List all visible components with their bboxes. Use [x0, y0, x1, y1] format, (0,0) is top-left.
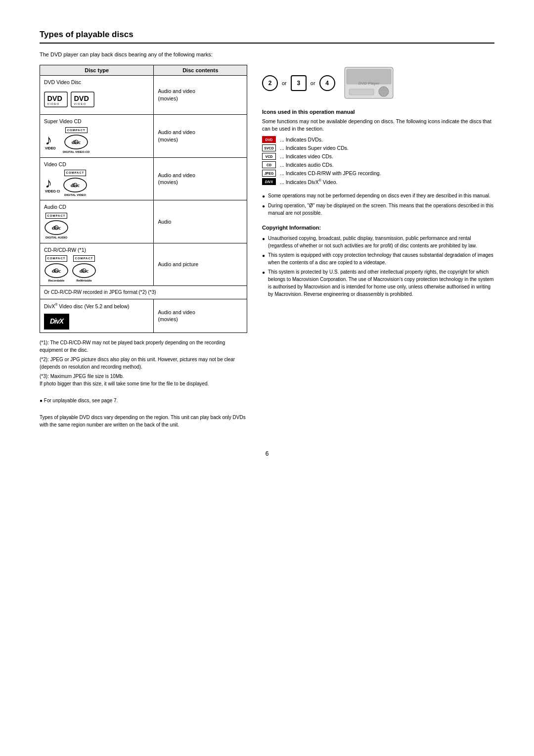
icon-row-divx: DivX ... Indicates DivX® Video. [262, 178, 494, 185]
compact-disc-cdr: COMPACT disc Recordable [44, 255, 69, 283]
disc-type-cell: Video CD ♪ VIDEO CD COMPACT [40, 157, 154, 200]
divx-logo: DivX [44, 314, 69, 330]
disc-type-cell: DivX® Video disc (Ver 5.2 and below) Div… [40, 299, 154, 333]
disc-contents-cell: Audio [154, 200, 247, 243]
svg-text:VIDEO: VIDEO [74, 102, 86, 105]
svcd-icon-badge: SvCD [262, 144, 276, 151]
table-row: DVD Video Disc DVD VIDEO DVD [40, 75, 247, 115]
bullet-dot-1: ● [262, 192, 265, 200]
compact-disc-cdrw: COMPACT disc ReWritable [72, 255, 96, 283]
copyright-bullet-3: ● This system is protected by U.S. paten… [262, 268, 494, 298]
disc-contents-cell: Audio and video(movies) [154, 115, 247, 157]
icon-row-svcd: SvCD ... Indicates Super video CDs. [262, 144, 494, 151]
svg-point-28 [379, 87, 389, 96]
disc-name: DivX® Video disc (Ver 5.2 and below) [44, 302, 149, 310]
compact-badge-cdr: COMPACT [45, 255, 68, 261]
svg-text:disc: disc [52, 268, 61, 274]
copyright-bullet-1: ● Unauthorised copying, broadcast, publi… [262, 235, 494, 249]
disc-type-cell: CD-R/CD-RW (*1) COMPACT disc Recordable [40, 243, 154, 285]
copyright-text-2: This system is equipped with copy protec… [268, 251, 494, 266]
or-text-2: or [311, 80, 315, 86]
svcd-icon-label: ... Indicates Super video CDs. [280, 145, 349, 151]
page-number: 6 [40, 450, 494, 457]
icons-intro: Some functions may not be available depe… [262, 118, 494, 134]
icon-row-dvd: DVD ... Indicates DVDs. [262, 136, 494, 143]
copyright-section: Copyright Information: ● Unauthorised co… [262, 225, 494, 298]
copyright-dot-3: ● [262, 269, 265, 298]
page-title: Types of playable discs [40, 30, 494, 44]
copyright-bullets: ● Unauthorised copying, broadcast, publi… [262, 235, 494, 298]
vcd-icon-label: ... Indicates video CDs. [280, 153, 333, 159]
footnote-2: (*2): JPEG or JPG picture discs also pla… [40, 356, 247, 371]
region-box: 2 or 3 or 4 DVD Player [262, 67, 494, 100]
compact-disc-acd: COMPACT disc DIGITAL AUDIO [44, 213, 69, 240]
acd-logos: COMPACT disc DIGITAL AUDIO [44, 213, 149, 240]
divx-logos: DivX [44, 312, 149, 330]
svcd-icon: ♪ VIDEO CD [44, 131, 60, 150]
footnotes: (*1): The CD-R/CD-RW may not be played b… [40, 339, 247, 428]
bullet-dot-2: ● [262, 202, 265, 217]
divx-icon-badge: DivX [262, 178, 276, 185]
icons-section: Icons used in this operation manual Some… [262, 109, 494, 186]
dvd-player-image: DVD Player [344, 67, 394, 99]
vcd-icon-badge: VCD [262, 153, 276, 160]
compact-disc: COMPACT disc DIGITAL VIDEO-CD [63, 127, 89, 154]
dvd-icon-badge: DVD [262, 136, 276, 143]
disc-contents-cell: Audio and video(movies) [154, 75, 247, 115]
col-disc-type: Disc type [40, 65, 154, 75]
disc-name: CD-R/CD-RW (*1) [44, 246, 149, 254]
disc-contents-cell: Audio and picture [154, 243, 247, 285]
copyright-dot-2: ● [262, 252, 265, 266]
disc-name: DVD Video Disc [44, 79, 149, 86]
disc-subtext-cdr: Recordable [48, 279, 65, 283]
svg-text:disc: disc [80, 268, 89, 274]
table-row: DivX® Video disc (Ver 5.2 and below) Div… [40, 299, 247, 333]
cd-icon-badge: CD [262, 161, 276, 168]
disc-subtext-acd: DIGITAL AUDIO [45, 236, 67, 239]
svg-text:♪: ♪ [45, 132, 52, 147]
col-disc-contents: Disc contents [154, 65, 247, 75]
table-row: Super Video CD ♪ VIDEO CD COMPACT [40, 115, 247, 157]
table-row: Video CD ♪ VIDEO CD COMPACT [40, 157, 247, 200]
compact-disc-vcd: COMPACT disc DIGITAL VIDEO [63, 170, 88, 197]
disc-table: Disc type Disc contents DVD Video Disc D… [40, 65, 247, 333]
disc-type-cell: Super Video CD ♪ VIDEO CD COMPACT [40, 115, 154, 157]
region-badge-3: 3 [291, 75, 307, 91]
disc-name: Video CD [44, 161, 149, 168]
disc-contents-cell: Audio and video(movies) [154, 299, 247, 333]
bullet-list: ● Some operations may not be performed d… [262, 192, 494, 217]
disc-svg-svcd: disc [64, 134, 89, 150]
svg-text:disc: disc [71, 182, 80, 188]
copyright-bullet-2: ● This system is equipped with copy prot… [262, 251, 494, 266]
svg-text:DVD: DVD [47, 94, 62, 102]
disc-subtext-vcd: DIGITAL VIDEO [64, 193, 86, 197]
region-badge-4: 4 [319, 75, 335, 91]
svg-text:VIDEO CD: VIDEO CD [45, 189, 60, 193]
svg-text:DVD: DVD [74, 94, 89, 102]
jpeg-note-cell: Or CD-R/CD-RW recorded in JPEG format (*… [40, 286, 247, 299]
dvd-logo-1: DVD VIDEO [44, 88, 68, 111]
footnote-3: (*3): Maximum JPEG file size is 10Mb.If … [40, 373, 247, 387]
footnote-1: (*1): The CD-R/CD-RW may not be played b… [40, 339, 247, 354]
disc-svg-vcd: disc [63, 177, 88, 193]
table-row: Or CD-R/CD-RW recorded in JPEG format (*… [40, 286, 247, 299]
disc-contents-cell: Audio and video(movies) [154, 157, 247, 200]
region-badge-2: 2 [262, 75, 278, 91]
icon-row-cd: CD ... Indicates audio CDs. [262, 161, 494, 168]
or-text-1: or [282, 80, 287, 86]
region-note: Types of playable DVD discs vary dependi… [40, 414, 247, 428]
unplayable-note: ● For unplayable discs, see page 7. [40, 397, 247, 404]
left-column: Disc type Disc contents DVD Video Disc D… [40, 65, 247, 430]
table-row: CD-R/CD-RW (*1) COMPACT disc Recordable [40, 243, 247, 285]
bullet-text-2: During operation, "Ø" may be displayed o… [268, 202, 494, 217]
cd-icon-label: ... Indicates audio CDs. [280, 162, 334, 168]
jpeg-icon-label: ... Indicates CD-R/RW with JPEG recordin… [280, 170, 381, 176]
svg-text:VIDEO: VIDEO [45, 146, 56, 150]
right-column: 2 or 3 or 4 DVD Player Icons used in thi… [262, 65, 494, 430]
disc-svg-cdrw: disc [72, 263, 96, 279]
bullet-item-1: ● Some operations may not be performed d… [262, 192, 494, 200]
dvd-icon-label: ... Indicates DVDs. [280, 137, 323, 142]
compact-badge: COMPACT [65, 127, 88, 133]
main-content: Disc type Disc contents DVD Video Disc D… [40, 65, 494, 430]
svg-text:VIDEO: VIDEO [47, 102, 59, 105]
